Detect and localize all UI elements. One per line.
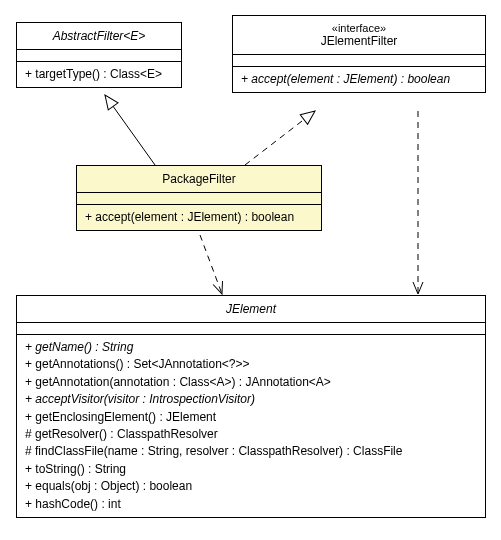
class-stereotype: «interface» (241, 22, 477, 34)
class-attributes (77, 193, 321, 205)
class-name: PackageFilter (85, 172, 313, 186)
class-name: AbstractFilter<E> (25, 29, 173, 43)
edge-generalization (105, 95, 155, 165)
class-operations: + accept(element : JElement) : boolean (233, 67, 485, 92)
operation: + getName() : String (25, 339, 477, 356)
operation: + getAnnotation(annotation : Class<A>) :… (25, 374, 477, 391)
edge-dependency-pkg (200, 235, 222, 294)
class-operations: + getName() : String + getAnnotations() … (17, 335, 485, 517)
class-operations: + targetType() : Class<E> (17, 62, 181, 87)
edge-realization (245, 111, 315, 165)
operation: # getResolver() : ClasspathResolver (25, 426, 477, 443)
class-operations: + accept(element : JElement) : boolean (77, 205, 321, 230)
operation: + accept(element : JElement) : boolean (85, 209, 313, 226)
operation: + hashCode() : int (25, 496, 477, 513)
class-title: «interface» JElementFilter (233, 16, 485, 55)
operation: # findClassFile(name : String, resolver … (25, 443, 477, 460)
class-title: JElement (17, 296, 485, 323)
operation: + acceptVisitor(visitor : IntrospectionV… (25, 391, 477, 408)
class-abstract-filter: AbstractFilter<E> + targetType() : Class… (16, 22, 182, 88)
operation: + targetType() : Class<E> (25, 66, 173, 83)
operation: + equals(obj : Object) : boolean (25, 478, 477, 495)
class-title: AbstractFilter<E> (17, 23, 181, 50)
operation: + accept(element : JElement) : boolean (241, 71, 477, 88)
class-title: PackageFilter (77, 166, 321, 193)
class-attributes (17, 50, 181, 62)
class-jelement: JElement + getName() : String + getAnnot… (16, 295, 486, 518)
class-name: JElement (25, 302, 477, 316)
class-jelement-filter: «interface» JElementFilter + accept(elem… (232, 15, 486, 93)
operation: + getEnclosingElement() : JElement (25, 409, 477, 426)
operation: + toString() : String (25, 461, 477, 478)
uml-diagram: AbstractFilter<E> + targetType() : Class… (0, 0, 501, 540)
class-attributes (17, 323, 485, 335)
class-package-filter: PackageFilter + accept(element : JElemen… (76, 165, 322, 231)
class-attributes (233, 55, 485, 67)
operation: + getAnnotations() : Set<JAnnotation<?>> (25, 356, 477, 373)
class-name: JElementFilter (241, 34, 477, 48)
